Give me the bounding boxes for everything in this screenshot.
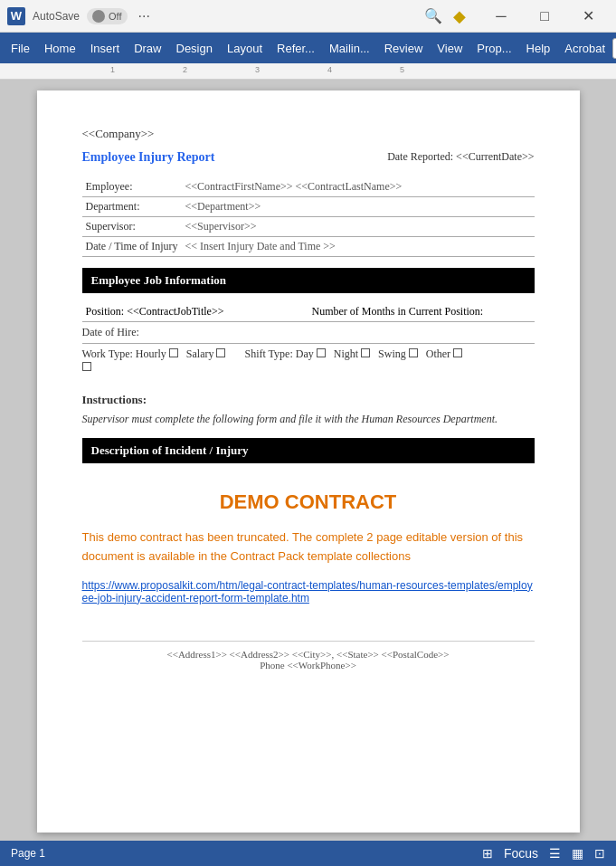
company-placeholder: <<Company>> (82, 127, 535, 141)
day-cb-box (317, 348, 326, 357)
minimize-button[interactable]: ─ (480, 2, 522, 31)
other-cb-box (453, 348, 462, 357)
report-title: Employee Injury Report (82, 150, 215, 165)
injury-date-label: Date / Time of Injury (82, 237, 182, 257)
maximize-button[interactable]: □ (524, 2, 565, 31)
employee-label: Employee: (82, 177, 182, 197)
menu-view[interactable]: View (430, 38, 469, 59)
view-icon-3[interactable]: ▦ (572, 846, 583, 861)
demo-contract-text: This demo contract has been truncated. T… (82, 528, 535, 566)
swing-label: Swing (378, 347, 409, 360)
menu-bar: File Home Insert Draw Design Layout Refe… (0, 33, 616, 63)
view-icon-2[interactable]: ☰ (549, 846, 561, 861)
night-label: Night (334, 347, 361, 360)
focus-label[interactable]: Focus (504, 846, 538, 861)
instructions-section: Instructions: Supervisor must complete t… (82, 393, 535, 427)
hourly-cb-box (169, 348, 178, 357)
supervisor-label: Supervisor: (82, 217, 182, 237)
hire-row: Date of Hire: (82, 322, 535, 344)
salary-label: Salary (186, 347, 217, 360)
shift-type-label: Shift Type: Day (244, 347, 316, 360)
menu-draw[interactable]: Draw (127, 38, 168, 59)
section2-header: Description of Incident / Injury (82, 438, 535, 463)
menu-review[interactable]: Review (377, 38, 431, 59)
footer-phone: Phone <<WorkPhone>> (82, 660, 535, 671)
instructions-text: Supervisor must complete the following f… (82, 411, 535, 427)
footer-address: <<Address1>> <<Address2>> <<City>>, <<St… (82, 649, 535, 660)
date-reported: Date Reported: <<CurrentDate>> (387, 150, 534, 164)
menu-help[interactable]: Help (519, 38, 558, 59)
table-row: Position: <<ContractJobTitle>> Number of… (82, 302, 535, 322)
position-value: <<ContractJobTitle>> (127, 305, 223, 318)
day-checkbox[interactable] (317, 348, 326, 357)
employee-value: <<ContractFirstName>> <<ContractLastName… (182, 177, 535, 197)
title-bar: W AutoSave Off ··· 🔍 ◆ ─ □ ✕ (0, 0, 616, 33)
supervisor-value: <<Supervisor>> (182, 217, 535, 237)
department-value: <<Department>> (182, 197, 535, 217)
salary-checkbox[interactable] (216, 348, 225, 357)
job-info-table: Position: <<ContractJobTitle>> Number of… (82, 302, 535, 322)
status-bar: Page 1 ⊞ Focus ☰ ▦ ⊡ (0, 841, 616, 866)
demo-contract-title: DEMO CONTRACT (82, 490, 535, 514)
demo-contract-link[interactable]: https://www.proposalkit.com/htm/legal-co… (82, 579, 535, 604)
table-row: Date / Time of Injury << Insert Injury D… (82, 237, 535, 257)
menu-mailings[interactable]: Mailin... (322, 38, 377, 59)
menu-layout[interactable]: Layout (220, 38, 270, 59)
instructions-label: Instructions: (82, 393, 535, 407)
work-type-label: Work Type: Hourly (82, 347, 169, 360)
other-checkbox[interactable] (453, 348, 462, 357)
date-reported-label: Date Reported: (387, 150, 453, 163)
night-cb-box (361, 348, 370, 357)
window-controls: ─ □ ✕ (480, 2, 609, 31)
view-icon-1[interactable]: ⊞ (482, 846, 493, 861)
extra-cb-box (82, 362, 91, 371)
status-icons: ⊞ Focus ☰ ▦ ⊡ (482, 846, 605, 861)
autosave-label: AutoSave (33, 10, 80, 23)
work-type-row: Work Type: Hourly Salary Shift Type: Day… (82, 344, 535, 382)
view-icon-4[interactable]: ⊡ (594, 846, 605, 861)
word-logo: W (7, 7, 25, 25)
table-row: Supervisor: <<Supervisor>> (82, 217, 535, 237)
close-button[interactable]: ✕ (567, 2, 609, 31)
table-row: Department: <<Department>> (82, 197, 535, 217)
employee-info-table: Employee: <<ContractFirstName>> <<Contra… (82, 177, 535, 257)
toggle-state: Off (109, 11, 121, 22)
hourly-checkbox[interactable] (169, 348, 178, 357)
night-checkbox[interactable] (361, 348, 370, 357)
months-label: Number of Months in Current Position: (312, 305, 484, 318)
menu-acrobat[interactable]: Acrobat (557, 38, 612, 59)
editing-button[interactable]: ✏ Editing ▾ (612, 38, 616, 59)
department-label: Department: (82, 197, 182, 217)
toggle-knob (92, 10, 105, 23)
other-label: Other (426, 347, 453, 360)
diamond-icon: ◆ (453, 6, 466, 26)
report-header: Employee Injury Report Date Reported: <<… (82, 150, 535, 165)
menu-design[interactable]: Design (169, 38, 220, 59)
document-area: <<Company>> Employee Injury Report Date … (0, 80, 616, 841)
autosave-toggle[interactable]: Off (87, 8, 127, 24)
menu-file[interactable]: File (4, 38, 37, 59)
menu-properties[interactable]: Prop... (469, 38, 518, 59)
injury-date-value: << Insert Injury Date and Time >> (182, 237, 535, 257)
position-label: Position: (86, 305, 128, 318)
date-reported-value: <<CurrentDate>> (456, 150, 534, 163)
swing-checkbox[interactable] (409, 348, 418, 357)
salary-cb-box (216, 348, 225, 357)
ruler: 1 2 3 4 5 (0, 63, 616, 80)
more-button[interactable]: ··· (138, 8, 150, 24)
hire-label: Date of Hire: (82, 326, 139, 338)
swing-cb-box (409, 348, 418, 357)
section1-header: Employee Job Information (82, 268, 535, 293)
page-footer: <<Address1>> <<Address2>> <<City>>, <<St… (82, 641, 535, 671)
menu-insert[interactable]: Insert (83, 38, 128, 59)
table-row: Employee: <<ContractFirstName>> <<Contra… (82, 177, 535, 197)
extra-checkbox[interactable] (82, 362, 91, 371)
page-indicator: Page 1 (11, 847, 45, 860)
search-icon[interactable]: 🔍 (421, 6, 446, 26)
menu-references[interactable]: Refer... (270, 38, 322, 59)
page: <<Company>> Employee Injury Report Date … (37, 90, 580, 833)
menu-home[interactable]: Home (37, 38, 83, 59)
